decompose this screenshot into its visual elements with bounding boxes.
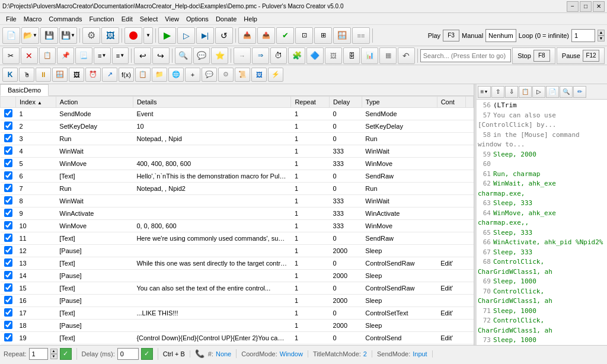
row-check[interactable] — [4, 221, 12, 229]
manual-value[interactable]: Nenhum — [485, 29, 516, 42]
row-check[interactable] — [4, 258, 12, 267]
file-btn[interactable]: 📁 — [152, 68, 167, 82]
table-row[interactable]: 1 SendMode Event 1 0 SendMode — [1, 108, 474, 120]
search-input[interactable] — [420, 49, 511, 62]
table-row[interactable]: 20 Left Move & Click -5, -122 Left, 1 1 … — [1, 344, 474, 346]
close-button[interactable]: ✕ — [593, 1, 605, 12]
icon-extra[interactable]: ≡≡ — [352, 27, 370, 44]
header-action[interactable]: Action — [56, 97, 133, 108]
copy-button[interactable]: 📋 — [39, 47, 56, 64]
row-check[interactable] — [4, 209, 12, 217]
menu-help[interactable]: Help — [240, 14, 261, 24]
play-button[interactable]: ▶ — [158, 27, 176, 44]
grid-btn[interactable]: ▦ — [379, 47, 397, 64]
com-btn[interactable]: 💬 — [202, 68, 217, 82]
time-btn2[interactable]: ⏰ — [85, 68, 101, 82]
rt-btn2[interactable]: ⇧ — [491, 86, 504, 98]
settings-button[interactable]: ⚙ — [82, 27, 100, 44]
row-check[interactable] — [4, 246, 12, 254]
table-row[interactable]: 12 [Pause] 1 2000 Sleep — [1, 245, 474, 257]
rt-btn8[interactable]: ✏ — [573, 86, 586, 98]
arrow2-btn[interactable]: ⇒ — [252, 47, 269, 64]
row-check[interactable] — [4, 308, 12, 317]
menu-macro[interactable]: Macro — [20, 14, 46, 24]
rt-btn7[interactable]: 🔍 — [560, 86, 573, 98]
key-btn[interactable]: K — [2, 68, 18, 82]
row-check[interactable] — [4, 171, 12, 180]
header-index[interactable]: Index ▲ — [16, 97, 56, 108]
proc-btn[interactable]: ⚙ — [218, 68, 234, 82]
hash-value[interactable]: None — [216, 350, 231, 357]
refresh-button[interactable]: ↺ — [215, 27, 233, 44]
coord-value[interactable]: Window — [280, 350, 303, 357]
extra2-btn[interactable]: ⚡ — [268, 68, 283, 82]
table-row[interactable]: 16 [Pause] 1 2000 Sleep — [1, 295, 474, 307]
table-row[interactable]: 7 Run Notepad, , Npid2 1 0 Run — [1, 183, 474, 195]
toggle-button[interactable]: ⊡ — [295, 27, 313, 44]
table-row[interactable]: 3 Run Notepad, , Npid 1 0 Run — [1, 133, 474, 145]
play-key[interactable]: F3 — [443, 30, 459, 41]
delay-input[interactable] — [117, 348, 139, 360]
save-button[interactable]: 💾 — [40, 27, 58, 44]
flow-btn[interactable]: ↗ — [102, 68, 117, 82]
header-type[interactable]: Type — [362, 97, 437, 108]
rt-btn5[interactable]: ▷ — [532, 86, 545, 98]
title-value[interactable]: 2 — [363, 350, 367, 357]
gui-btn[interactable]: 🖼 — [251, 68, 267, 82]
chat-button[interactable]: 💬 — [193, 47, 210, 64]
record-button[interactable] — [124, 27, 142, 44]
find-button[interactable]: 🔍 — [175, 47, 192, 64]
menu-file[interactable]: File — [2, 14, 20, 24]
list-btn2[interactable]: ≡▼ — [112, 47, 129, 64]
row-check[interactable] — [4, 134, 12, 142]
table-row[interactable]: 8 WinWait 1 333 WinWait — [1, 195, 474, 207]
saveas-button[interactable]: 💾▼ — [59, 27, 77, 44]
paste-button[interactable]: 📌 — [57, 47, 74, 64]
loop-input[interactable]: 1 — [571, 29, 595, 42]
stop-button[interactable]: Stop F8 — [512, 47, 555, 64]
mouse-btn[interactable]: 🖱 — [19, 68, 34, 82]
header-cont[interactable]: Cont — [437, 97, 465, 108]
menu-select[interactable]: Select — [136, 14, 162, 24]
var-btn[interactable]: 📋 — [135, 68, 151, 82]
pause-s-btn[interactable]: ⏸ — [36, 68, 51, 82]
new-button[interactable]: 📄 — [2, 27, 20, 44]
menu-options[interactable]: Options — [183, 14, 212, 24]
play-from-button[interactable]: ▶| — [196, 27, 214, 44]
db-btn[interactable]: 🗄 — [343, 47, 360, 64]
timer-btn[interactable]: ⏱ — [270, 47, 287, 64]
header-delay[interactable]: Delay — [330, 97, 362, 108]
back-btn[interactable]: ↶ — [398, 47, 415, 64]
rt-btn1[interactable]: ≡▼ — [478, 86, 491, 98]
arrow1-btn[interactable]: → — [234, 47, 251, 64]
cut-button[interactable]: ✂ — [2, 47, 20, 64]
icon-win[interactable]: 🪟 — [333, 27, 351, 44]
undo-button[interactable]: ↩ — [134, 47, 151, 64]
row-check[interactable] — [4, 271, 12, 279]
row-check[interactable] — [4, 283, 12, 292]
row-check[interactable] — [4, 333, 12, 341]
list-btn1[interactable]: ≡▼ — [94, 47, 111, 64]
header-repeat[interactable]: Repeat — [291, 97, 330, 108]
code-btn[interactable]: 🔷 — [306, 47, 324, 64]
row-check[interactable] — [4, 196, 12, 205]
rt-btn4[interactable]: 📋 — [519, 86, 532, 98]
loop-up[interactable]: ▲ — [598, 30, 605, 36]
redo-button[interactable]: ↪ — [152, 47, 170, 64]
delay-confirm[interactable]: ✓ — [141, 348, 153, 360]
row-check[interactable] — [4, 109, 12, 117]
window-btn[interactable]: 🪟 — [52, 68, 68, 82]
loop-down[interactable]: ▼ — [598, 36, 605, 41]
table-row[interactable]: 14 [Pause] 1 2000 Sleep — [1, 270, 474, 282]
check-button[interactable]: ✔ — [276, 27, 294, 44]
func-btn[interactable]: f(x) — [119, 68, 134, 82]
extra-btn[interactable]: + — [185, 68, 200, 82]
row-check[interactable] — [4, 159, 12, 167]
record-dropdown[interactable]: ▼ — [143, 27, 153, 44]
import-button[interactable]: 📥 — [238, 27, 256, 44]
rt-btn6[interactable]: 📄 — [546, 86, 559, 98]
img-btn[interactable]: 🖼 — [325, 47, 342, 64]
table-row[interactable]: 11 [Text] Here we're using commonly used… — [1, 232, 474, 245]
puzzle-btn[interactable]: 🧩 — [288, 47, 305, 64]
row-check[interactable] — [4, 321, 12, 329]
